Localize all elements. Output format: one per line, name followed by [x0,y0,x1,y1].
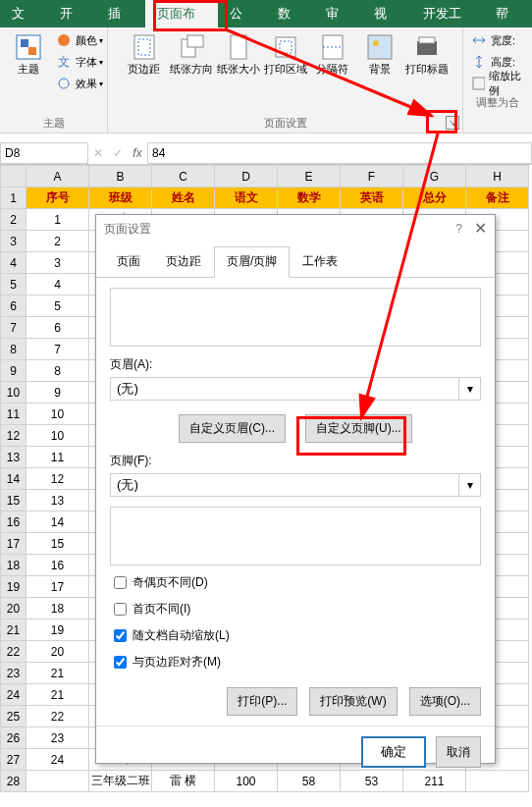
row-header[interactable]: 23 [1,663,27,684]
fx-icon[interactable]: fx [128,146,147,160]
cell[interactable] [27,771,89,792]
cell[interactable]: 18 [27,598,89,619]
col-header[interactable]: F [341,166,403,188]
size-button[interactable]: 纸张大小 [215,29,262,80]
cell[interactable]: 21 [27,663,89,684]
tab-help[interactable]: 帮助 [484,0,532,27]
close-icon[interactable]: ✕ [474,215,487,242]
row-header[interactable]: 17 [1,533,27,555]
orientation-button[interactable]: 纸张方向 [168,29,215,80]
tab-data[interactable]: 数据 [266,0,314,27]
cancel-button[interactable]: 取消 [436,736,481,768]
row-header[interactable]: 5 [1,274,27,296]
row-header[interactable]: 2 [1,209,27,231]
colors-button[interactable]: 颜色▾ [52,29,103,51]
page-setup-dialog-launcher[interactable] [446,116,459,130]
row-header[interactable]: 14 [1,468,27,490]
cell[interactable]: 9 [27,382,89,404]
row-header[interactable]: 20 [1,598,27,619]
cell[interactable]: 5 [27,296,89,317]
row-header[interactable]: 25 [1,706,27,727]
print-titles-button[interactable]: 打印标题 [403,29,451,80]
row-header[interactable]: 11 [1,404,27,425]
row-header[interactable]: 10 [1,382,27,404]
tab-sheet[interactable]: 工作表 [290,246,350,277]
row-header[interactable]: 22 [1,641,27,663]
cell[interactable]: 11 [27,447,89,468]
col-header[interactable]: G [403,166,466,188]
row-header[interactable]: 21 [1,619,27,641]
cell[interactable]: 1 [27,209,89,231]
options-button[interactable]: 选项(O)... [409,687,481,716]
cell[interactable]: 24 [27,749,89,771]
tab-headerfooter[interactable]: 页眉/页脚 [214,246,290,278]
tab-file[interactable]: 文件 [0,0,48,27]
tab-dev[interactable]: 开发工具 [411,0,484,27]
header-dropdown[interactable]: ▾ [459,377,481,401]
cell[interactable]: 21 [27,684,89,706]
row-header[interactable]: 16 [1,511,27,533]
help-icon[interactable]: ? [455,215,462,242]
table-header-cell[interactable]: 姓名 [152,188,215,209]
row-header[interactable]: 6 [1,296,27,317]
background-button[interactable]: 背景 [356,29,403,80]
col-header[interactable]: A [27,166,89,188]
fonts-button[interactable]: 文字体▾ [52,51,103,73]
effects-button[interactable]: 效果▾ [52,73,103,94]
formula-input[interactable]: 84 [147,142,532,164]
cell[interactable]: 10 [27,425,89,447]
print-area-button[interactable]: 打印区域 [262,29,309,80]
table-header-cell[interactable]: 备注 [466,188,529,209]
row-header[interactable]: 28 [1,771,27,792]
cell[interactable]: 4 [27,274,89,296]
row-header[interactable]: 3 [1,231,27,252]
col-header[interactable]: B [89,166,152,188]
cell[interactable]: 23 [27,727,89,749]
col-header[interactable]: D [215,166,278,188]
cell[interactable]: 17 [27,576,89,598]
row-header[interactable]: 8 [1,339,27,360]
table-header-cell[interactable]: 序号 [27,188,89,209]
cell[interactable]: 19 [27,619,89,641]
scale-with-doc-checkbox[interactable] [114,629,127,642]
table-header-cell[interactable]: 班级 [89,188,152,209]
tab-page[interactable]: 页面 [104,246,153,277]
table-header-cell[interactable]: 总分 [403,188,466,209]
col-header[interactable]: E [278,166,341,188]
custom-header-button[interactable]: 自定义页眉(C)... [179,414,286,443]
cell[interactable]: 12 [27,468,89,490]
cell[interactable]: 22 [27,706,89,727]
row-header[interactable]: 26 [1,727,27,749]
row-header[interactable]: 7 [1,317,27,339]
col-header[interactable]: C [152,166,215,188]
table-header-cell[interactable]: 数学 [278,188,341,209]
ok-button[interactable]: 确定 [361,736,426,768]
cell[interactable]: 20 [27,641,89,663]
tab-insert[interactable]: 插入 [96,0,144,27]
row-header[interactable]: 13 [1,447,27,468]
diff-first-checkbox[interactable] [114,603,127,616]
cell[interactable]: 13 [27,490,89,511]
tab-pagelayout[interactable]: 页面布局 [145,0,218,27]
cell[interactable]: 14 [27,511,89,533]
row-header[interactable]: 24 [1,684,27,706]
tab-home[interactable]: 开始 [48,0,96,27]
cell[interactable]: 15 [27,533,89,555]
zoom-row[interactable]: 缩放比例 [467,73,528,94]
row-header[interactable]: 12 [1,425,27,447]
tab-margins[interactable]: 页边距 [153,246,214,277]
row-header[interactable]: 1 [1,188,27,209]
cell[interactable]: 3 [27,252,89,274]
align-margins-checkbox[interactable] [114,656,127,669]
table-header-cell[interactable]: 英语 [341,188,403,209]
row-header[interactable]: 4 [1,252,27,274]
diff-oddeven-checkbox[interactable] [114,576,127,589]
row-header[interactable]: 9 [1,360,27,382]
print-preview-button[interactable]: 打印预览(W) [309,687,397,716]
col-header[interactable]: H [466,166,529,188]
tab-formulas[interactable]: 公式 [218,0,266,27]
row-header[interactable]: 15 [1,490,27,511]
print-button[interactable]: 打印(P)... [227,687,297,716]
row-header[interactable]: 19 [1,576,27,598]
footer-dropdown[interactable]: ▾ [459,473,481,497]
